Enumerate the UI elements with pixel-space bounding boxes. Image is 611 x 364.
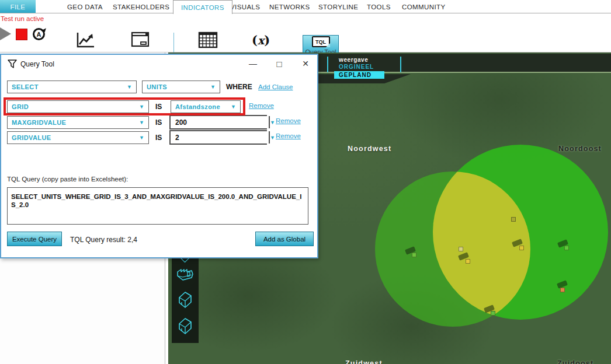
unit-marker[interactable] — [491, 311, 495, 316]
tql-query-text[interactable]: SELECT_UNITS_WHERE_GRID_IS_3_AND_MAXGRID… — [7, 187, 308, 225]
menu-item-indicators[interactable]: INDICATORS — [173, 0, 232, 14]
chevron-down-icon: ▼ — [139, 104, 144, 110]
house-icon[interactable] — [176, 316, 195, 336]
menu-file-tab[interactable]: FILE — [0, 0, 36, 13]
where-label: WHERE — [226, 83, 252, 91]
dialog-title-bar[interactable]: Query Tool — □ ✕ — [1, 55, 317, 74]
application-window: FILE GEO DATA STAKEHOLDERS INDICATORS VI… — [0, 0, 611, 364]
map-tool-sidebar — [172, 258, 199, 343]
tql-document-icon: TQL — [312, 36, 330, 47]
test-run-status: Test run active — [1, 15, 44, 22]
unit-marker[interactable] — [560, 288, 565, 292]
remove-clause-link[interactable]: Remove — [276, 117, 301, 124]
units-dropdown[interactable]: UNITS ▼ — [142, 80, 220, 93]
remove-clause-link[interactable]: Remove — [276, 132, 301, 139]
is-operator: IS — [155, 118, 162, 127]
region-label: Zuidwest — [345, 359, 383, 364]
unit-marker[interactable] — [412, 253, 416, 257]
clause-value-input[interactable] — [171, 131, 269, 144]
minimize-icon[interactable]: — — [245, 56, 261, 71]
unit-marker[interactable] — [519, 246, 524, 250]
panel-divider-line — [327, 57, 328, 72]
clause-field-dropdown[interactable]: GRIDVALUE ▼ — [7, 131, 149, 144]
clause-value-combo: ▼ — [169, 130, 267, 145]
select-value: SELECT — [12, 83, 124, 90]
maximize-icon[interactable]: □ — [272, 56, 287, 71]
menu-item-geo-data[interactable]: GEO DATA — [67, 0, 103, 13]
clause-value: Afstandszone — [175, 103, 228, 110]
clause-field-value: GRIDVALUE — [12, 134, 137, 141]
play-icon[interactable] — [0, 27, 11, 40]
clause-value-combo: ▼ — [169, 115, 267, 130]
close-icon[interactable]: ✕ — [298, 56, 313, 71]
chevron-down-icon: ▼ — [231, 104, 236, 110]
units-value: UNITS — [147, 83, 208, 90]
add-clause-link[interactable]: Add Clause — [258, 83, 293, 90]
add-as-global-button[interactable]: Add as Global — [255, 232, 314, 246]
chevron-down-icon: ▼ — [127, 84, 132, 90]
view-option-gepland[interactable]: GEPLAND — [334, 71, 384, 79]
clause-value-input[interactable] — [171, 116, 269, 128]
chevron-down-icon: ▼ — [139, 120, 144, 125]
filter-icon — [7, 59, 18, 72]
chart-arrow-icon — [75, 32, 96, 51]
clause-field-dropdown[interactable]: GRID ▼ — [7, 100, 149, 113]
clause-value-dropdown[interactable]: Afstandszone ▼ — [171, 100, 241, 113]
chevron-down-icon: ▼ — [210, 84, 216, 90]
ribbon-toolbar: Test run active A Indicators — [0, 13, 611, 52]
region-label: Noordwest — [348, 145, 391, 153]
menu-item-stakeholders[interactable]: STAKEHOLDERS — [113, 0, 169, 13]
globals-x-icon: (x) — [252, 32, 270, 49]
menu-item-tools[interactable]: TOOLS — [367, 0, 391, 13]
view-option-origineel[interactable]: ORGINEEL — [339, 64, 374, 70]
menu-bar: FILE GEO DATA STAKEHOLDERS INDICATORS VI… — [0, 0, 611, 13]
menu-item-networks[interactable]: NETWORKS — [269, 0, 310, 13]
unit-marker[interactable] — [564, 246, 569, 250]
remove-clause-link[interactable]: Remove — [249, 102, 274, 109]
unit-marker[interactable] — [466, 259, 470, 264]
window-icon — [130, 32, 151, 51]
chevron-down-icon: ▼ — [139, 135, 144, 141]
region-label: Zuidoost — [557, 359, 593, 364]
unit-marker[interactable] — [459, 247, 463, 251]
tql-query-label: TQL Query (copy paste into Excelsheet): — [7, 176, 128, 183]
unit-marker[interactable] — [511, 217, 516, 222]
menu-item-storyline[interactable]: STORYLINE — [318, 0, 358, 13]
select-dropdown[interactable]: SELECT ▼ — [7, 80, 137, 93]
chevron-down-icon[interactable]: ▼ — [269, 116, 275, 128]
clause-field-value: GRID — [12, 103, 137, 110]
is-operator: IS — [155, 134, 162, 142]
house-icon[interactable] — [176, 290, 195, 310]
region-label: Noordoost — [558, 145, 602, 153]
query-tool-dialog: Query Tool — □ ✕ SELECT ▼ UNITS ▼ WHERE … — [0, 54, 318, 258]
query-result-text: TQL Query result: 2,4 — [70, 236, 137, 244]
is-operator: IS — [155, 103, 162, 111]
table-icon — [197, 32, 218, 51]
clause-field-value: MAXGRIDVALUE — [12, 119, 137, 126]
stop-icon[interactable] — [16, 29, 27, 40]
clause-field-dropdown[interactable]: MAXGRIDVALUE ▼ — [7, 116, 149, 129]
execute-query-button[interactable]: Execute Query — [7, 232, 62, 246]
menu-item-community[interactable]: COMMUNITY — [402, 0, 446, 13]
factory-icon[interactable] — [176, 264, 195, 284]
chevron-down-icon[interactable]: ▼ — [269, 131, 275, 144]
dialog-title: Query Tool — [20, 60, 54, 68]
menu-item-visuals[interactable]: VISUALS — [230, 0, 260, 13]
view-panel-title: weergave — [339, 57, 368, 63]
auto-run-icon[interactable]: A — [33, 28, 45, 40]
panel-divider-line — [400, 57, 401, 72]
